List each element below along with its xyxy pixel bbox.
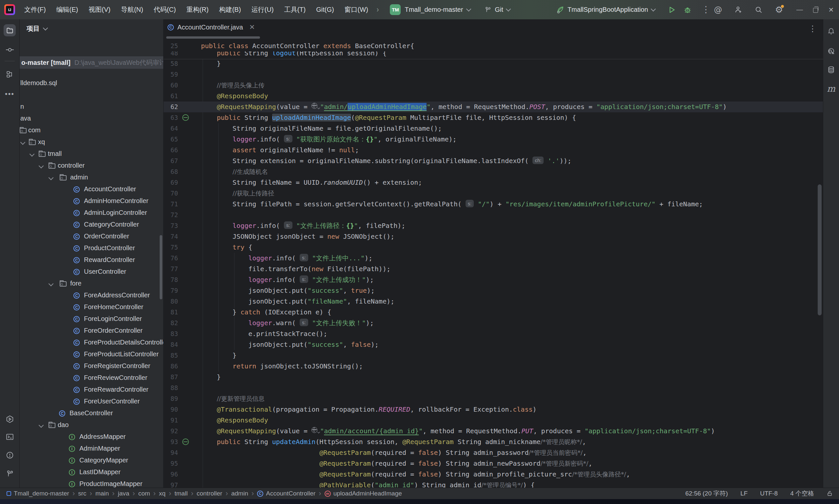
structure-tool-button[interactable] (4, 68, 16, 80)
url-globe-icon[interactable] (311, 103, 320, 110)
breadcrumb-item-uploadAdminHeadImage[interactable]: muploadAdminHeadImage (325, 490, 402, 497)
code-line-25[interactable]: 25public class AccountController extends… (164, 41, 823, 51)
code-line-75[interactable]: 75 try { (164, 242, 823, 253)
tree-item-OrderController[interactable]: COrderController (20, 231, 163, 243)
code-line-59[interactable]: 59 (164, 69, 823, 80)
code-line-86[interactable]: 86 return jsonObject.toJSONString(); (164, 361, 823, 372)
menu-item-GitG[interactable]: Git(G) (311, 0, 339, 19)
tree-item-ProductController[interactable]: CProductController (20, 243, 163, 255)
menu-item-导航N[interactable]: 导航(N) (116, 0, 149, 19)
tree-item-ForeUserController[interactable]: CForeUserController (20, 396, 163, 408)
tree-item-lldemodb.sql[interactable]: lldemodb.sql (20, 78, 163, 90)
menu-item-视图V[interactable]: 视图(V) (83, 0, 116, 19)
code-line-88[interactable]: 88 (164, 382, 823, 393)
breadcrumb-item-java[interactable]: java (118, 490, 129, 497)
request-mapping-gutter-icon[interactable] (182, 114, 189, 121)
code-line-93[interactable]: 93 public String updateAdmin(HttpSession… (164, 436, 823, 447)
tree-item-com[interactable]: com (20, 125, 163, 137)
breadcrumb-item-admin[interactable]: admin (231, 490, 248, 497)
debug-button[interactable] (683, 5, 692, 14)
encoding-widget[interactable]: UTF-8 (760, 490, 778, 497)
editor-options-kebab-icon[interactable]: ⋮ (808, 24, 817, 33)
breadcrumb-item-AccountController[interactable]: CAccountController (257, 490, 315, 497)
project-widget[interactable]: TM Tmall_demo-master (390, 4, 470, 15)
tab-close-icon[interactable]: ✕ (249, 23, 255, 31)
minimize-button[interactable]: — (792, 0, 807, 19)
tree-item-ForeReviewController[interactable]: CForeReviewController (20, 373, 163, 384)
code-line-63[interactable]: 63 public String uploadAdminHeadImage(@R… (164, 112, 823, 123)
project-panel-scrollbar[interactable] (160, 235, 162, 299)
tree-item-RewardController[interactable]: CRewardController (20, 255, 163, 267)
commit-tool-button[interactable] (4, 43, 16, 56)
tree-item-ForeProductDetailsController[interactable]: CForeProductDetailsController (20, 337, 163, 349)
tree-item-ForeRewardController[interactable]: CForeRewardController (20, 384, 163, 396)
tree-item-BaseController[interactable]: CBaseController (20, 408, 163, 420)
tree-item-CategoryController[interactable]: CCategoryController (20, 219, 163, 231)
code-line-92[interactable]: 92 @RequestMapping(value = "admin/accoun… (164, 426, 823, 436)
database-tool-button[interactable] (827, 66, 835, 74)
code-line-97[interactable]: 97 @PathVariable("admin_id") String admi… (164, 480, 823, 488)
code-line-62[interactable]: 62 @RequestMapping(value = "admin/upload… (164, 102, 823, 112)
close-button[interactable]: ✕ (823, 0, 839, 19)
menu-item-编辑E[interactable]: 编辑(E) (51, 0, 84, 19)
tree-item-AdminMapper[interactable]: IAdminMapper (20, 444, 163, 455)
menu-item-窗口W[interactable]: 窗口(W) (339, 0, 373, 19)
restore-button[interactable] (807, 0, 823, 19)
code-line-89[interactable]: 89 //更新管理员信息 (164, 393, 823, 404)
project-panel-header[interactable]: 项目 (20, 19, 163, 38)
ai-assistant-icon[interactable]: @ (714, 5, 722, 14)
menu-item-工具T[interactable]: 工具(T) (279, 0, 311, 19)
menu-item-重构R[interactable]: 重构(R) (181, 0, 214, 19)
chevron-down-icon[interactable] (39, 163, 44, 169)
indent-widget[interactable]: 4 个空格 (790, 489, 814, 498)
tree-item-LastIDMapper[interactable]: ILastIDMapper (20, 467, 163, 479)
tree-item-AdminLoginController[interactable]: CAdminLoginController (20, 208, 163, 219)
breadcrumb-item-src[interactable]: src (78, 490, 86, 497)
request-mapping-gutter-icon[interactable] (182, 438, 189, 445)
code-line-72[interactable]: 72 (164, 210, 823, 220)
tree-item-controller[interactable]: controller (20, 160, 163, 172)
run-button[interactable] (668, 5, 676, 14)
breadcrumb-item-Tmall_demo-master[interactable]: Tmall_demo-master (6, 490, 69, 497)
tree-item-ForeProductListController[interactable]: CForeProductListController (20, 349, 163, 361)
code-line-69[interactable]: 69 String fileName = UUID.randomUUID() +… (164, 177, 823, 188)
more-actions-kebab-icon[interactable]: ⋮ (699, 0, 713, 19)
chevron-down-icon[interactable] (39, 423, 44, 428)
tree-item-AdminHomeController[interactable]: CAdminHomeController (20, 196, 163, 208)
chevron-down-icon[interactable] (20, 140, 25, 145)
menu-overflow-chevron-icon[interactable]: › (377, 5, 379, 14)
menu-item-构建B[interactable]: 构建(B) (214, 0, 246, 19)
menu-item-代码C[interactable]: 代码(C) (149, 0, 181, 19)
breadcrumb-item-com[interactable]: com (138, 490, 150, 497)
breadcrumb-item-xq[interactable]: xq (159, 490, 166, 497)
project-tool-button[interactable] (4, 24, 16, 36)
tree-item-admin[interactable]: admin (20, 172, 163, 184)
tree-item-ForeLoginController[interactable]: CForeLoginController (20, 314, 163, 325)
code-line-60[interactable]: 60 //管理员头像上传 (164, 80, 823, 91)
chevron-down-icon[interactable] (30, 151, 35, 157)
code-line-90[interactable]: 90 @Transactional(propagation = Propagat… (164, 404, 823, 415)
code-line-61[interactable]: 61 @ResponseBody (164, 91, 823, 102)
tree-item-tmall[interactable]: tmall (20, 149, 163, 160)
code-line-66[interactable]: 66 assert originalFileName != null; (164, 145, 823, 156)
editor-scrollbar[interactable] (818, 184, 822, 316)
tree-item-UserController[interactable]: CUserController (20, 267, 163, 278)
search-everywhere-icon[interactable] (754, 5, 763, 14)
code-line-58[interactable]: 58 } (164, 58, 823, 69)
code-line-81[interactable]: 81 } catch (IOException e) { (164, 307, 823, 318)
code-line-67[interactable]: 67 String extension = originalFileName.s… (164, 156, 823, 166)
menu-item-运行U[interactable]: 运行(U) (246, 0, 279, 19)
code-line-79[interactable]: 79 jsonObject.put("success", true); (164, 285, 823, 296)
tree-item-ForeOrderController[interactable]: CForeOrderController (20, 325, 163, 337)
code-line-95[interactable]: 95 @RequestParam(required = false) Strin… (164, 458, 823, 469)
tab-accountcontroller-java[interactable]: C AccountController.java ✕ (168, 23, 255, 31)
vcs-widget[interactable]: Git (484, 6, 510, 14)
chevron-down-icon[interactable] (49, 175, 54, 180)
code-line-87[interactable]: 87 } (164, 372, 823, 382)
breadcrumb-item-controller[interactable]: controller (197, 490, 222, 497)
code-line-77[interactable]: 77 file.transferTo(new File(filePath)); (164, 264, 823, 274)
code-line-65[interactable]: 65 logger.info( s: "获取图片原始文件名：{}", origi… (164, 134, 823, 145)
maven-tool-button[interactable]: m (827, 84, 835, 93)
code-line-83[interactable]: 83 e.printStackTrace(); (164, 328, 823, 339)
code-line-71[interactable]: 71 String filePath = session.getServletC… (164, 199, 823, 210)
